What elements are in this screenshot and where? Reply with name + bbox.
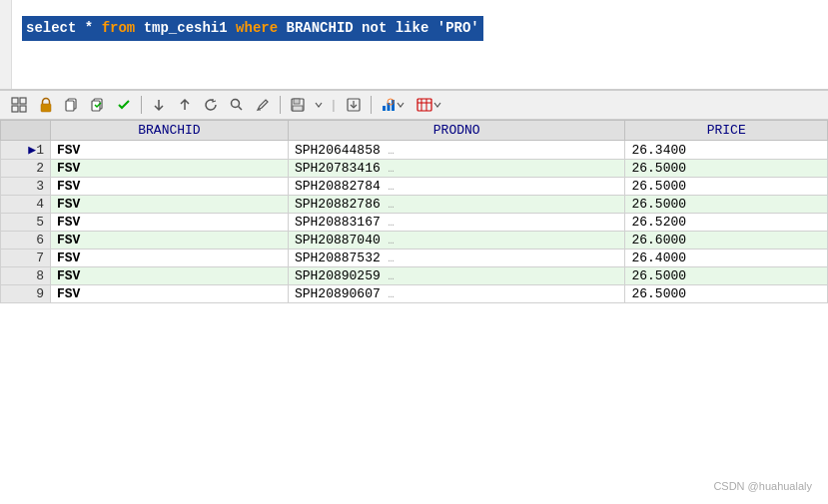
cell-price[interactable]: 26.6000 [625, 232, 828, 250]
line-numbers [0, 0, 12, 89]
save2-toolbar-btn[interactable] [342, 94, 366, 116]
sql-where-keyword: where [236, 20, 278, 36]
table-row[interactable]: 3FSVSPH20882784 …26.5000 [1, 178, 828, 196]
arrow-down-toolbar-btn[interactable] [147, 94, 171, 116]
save2-icon [347, 98, 361, 112]
cell-branchid[interactable]: FSV [51, 196, 289, 214]
arrow-up-icon [178, 98, 192, 112]
cell-rownum: 9 [1, 285, 51, 303]
svg-rect-21 [417, 99, 431, 111]
cell-branchid[interactable]: FSV [51, 285, 289, 303]
sql-select-keyword: select [26, 20, 76, 36]
cell-branchid[interactable]: FSV [51, 214, 289, 232]
sql-star: * [85, 20, 102, 36]
cell-branchid[interactable]: FSV [51, 232, 289, 250]
cell-prodno[interactable]: SPH20887040 … [288, 232, 624, 250]
svg-rect-17 [383, 106, 386, 111]
table-row[interactable]: 2FSVSPH20783416 …26.5000 [1, 160, 828, 178]
toolbar: | [0, 90, 828, 120]
svg-rect-3 [20, 106, 26, 112]
cell-branchid[interactable]: FSV [51, 141, 289, 160]
col-header-branchid[interactable]: BRANCHID [51, 121, 289, 141]
col-header-rownum [1, 121, 51, 141]
pencil-toolbar-btn[interactable] [251, 94, 275, 116]
copy2-toolbar-btn[interactable] [86, 94, 110, 116]
arrow-up-toolbar-btn[interactable] [173, 94, 197, 116]
cell-prodno[interactable]: SPH20882786 … [288, 196, 624, 214]
svg-rect-14 [293, 106, 303, 111]
cell-rownum: 2 [1, 160, 51, 178]
chart-toolbar-btn[interactable] [377, 94, 410, 116]
svg-rect-0 [12, 98, 18, 104]
sql-table: tmp_ceshi1 [144, 20, 236, 36]
svg-rect-2 [12, 106, 18, 112]
cell-prodno[interactable]: SPH20887532 … [288, 250, 624, 267]
arrow-down-icon [152, 98, 166, 112]
sql-content[interactable]: select * from tmp_ceshi1 where BRANCHID … [18, 8, 824, 49]
table-row[interactable]: 5FSVSPH20883167 …26.5200 [1, 214, 828, 232]
cell-price[interactable]: 26.3400 [625, 141, 828, 160]
row-pointer: ▶ [28, 143, 36, 158]
table-icon [416, 98, 432, 112]
data-grid-container[interactable]: BRANCHID PRODNO PRICE ▶1FSVSPH20644858 …… [0, 120, 828, 504]
svg-rect-13 [294, 99, 300, 104]
search-toolbar-btn[interactable] [225, 94, 249, 116]
cell-prodno[interactable]: SPH20882784 … [288, 178, 624, 196]
cell-price[interactable]: 26.4000 [625, 250, 828, 267]
cell-prodno[interactable]: SPH20883167 … [288, 214, 624, 232]
lock-toolbar-btn[interactable] [34, 94, 58, 116]
sql-condition: BRANCHID not like 'PRO' [287, 20, 479, 36]
table-toolbar-btn[interactable] [412, 94, 446, 116]
lock-icon [39, 97, 53, 113]
chart-icon [382, 98, 396, 112]
table-row[interactable]: 7FSVSPH20887532 …26.4000 [1, 250, 828, 267]
cell-rownum: ▶1 [1, 141, 51, 160]
copy-toolbar-btn[interactable] [60, 94, 84, 116]
svg-rect-6 [66, 101, 74, 111]
cell-prodno[interactable]: SPH20783416 … [288, 160, 624, 178]
cell-branchid[interactable]: FSV [51, 178, 289, 196]
grid-toolbar-btn[interactable] [6, 94, 32, 116]
search-icon [230, 98, 244, 112]
chart-chevron-icon [397, 101, 405, 109]
cell-price[interactable]: 26.5000 [625, 178, 828, 196]
cell-prodno[interactable]: SPH20644858 … [288, 141, 624, 160]
chevron-down-icon [315, 101, 323, 109]
table-row[interactable]: ▶1FSVSPH20644858 …26.3400 [1, 141, 828, 160]
svg-line-10 [239, 107, 243, 111]
table-chevron-icon [433, 101, 441, 109]
sql-from-keyword: from [102, 20, 136, 36]
cell-branchid[interactable]: FSV [51, 267, 289, 285]
table-row[interactable]: 9FSVSPH20890607 …26.5000 [1, 285, 828, 303]
grid-icon [11, 97, 27, 113]
table-row[interactable]: 6FSVSPH20887040 …26.6000 [1, 232, 828, 250]
watermark: CSDN @huahualaly [713, 480, 812, 492]
cell-price[interactable]: 26.5000 [625, 285, 828, 303]
col-header-price[interactable]: PRICE [625, 121, 828, 141]
cell-price[interactable]: 26.5000 [625, 196, 828, 214]
cell-rownum: 5 [1, 214, 51, 232]
save-dropdown-btn[interactable] [312, 94, 326, 116]
main-container: select * from tmp_ceshi1 where BRANCHID … [0, 0, 828, 504]
pipe-separator: | [330, 98, 338, 113]
copy2-icon [91, 98, 105, 112]
save-toolbar-btn[interactable] [286, 94, 310, 116]
check-toolbar-btn[interactable] [112, 94, 136, 116]
cell-price[interactable]: 26.5000 [625, 160, 828, 178]
col-header-prodno[interactable]: PRODNO [288, 121, 624, 141]
sql-query[interactable]: select * from tmp_ceshi1 where BRANCHID … [22, 16, 483, 41]
svg-rect-1 [20, 98, 26, 104]
grid-header-row: BRANCHID PRODNO PRICE [1, 121, 828, 141]
cell-branchid[interactable]: FSV [51, 250, 289, 267]
cell-prodno[interactable]: SPH20890259 … [288, 267, 624, 285]
table-row[interactable]: 4FSVSPH20882786 …26.5000 [1, 196, 828, 214]
cell-rownum: 8 [1, 267, 51, 285]
refresh-toolbar-btn[interactable] [199, 94, 223, 116]
cell-price[interactable]: 26.5200 [625, 214, 828, 232]
cell-rownum: 3 [1, 178, 51, 196]
cell-prodno[interactable]: SPH20890607 … [288, 285, 624, 303]
cell-branchid[interactable]: FSV [51, 160, 289, 178]
cell-price[interactable]: 26.5000 [625, 267, 828, 285]
sql-editor[interactable]: select * from tmp_ceshi1 where BRANCHID … [0, 0, 828, 90]
table-row[interactable]: 8FSVSPH20890259 …26.5000 [1, 267, 828, 285]
